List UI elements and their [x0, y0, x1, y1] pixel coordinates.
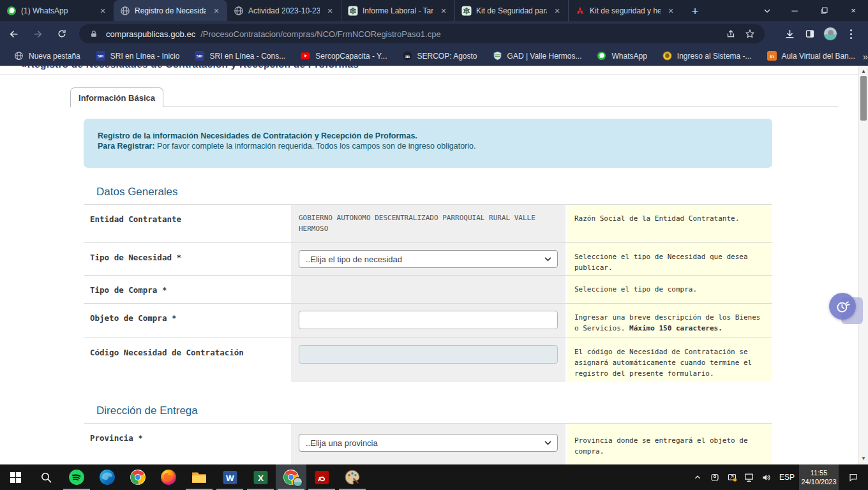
scroll-up-icon[interactable]: ▲	[859, 68, 868, 74]
chatgpt-icon	[461, 6, 472, 16]
tab-underline	[70, 107, 838, 107]
help-provincia: Provincia donde se entregará el objeto d…	[565, 424, 772, 464]
form-row-entidad-contratante: Entidad Contratante GOBIERNO AUTONOMO DE…	[84, 205, 772, 243]
word-icon: W	[222, 470, 238, 486]
tab-close-icon[interactable]: ×	[211, 5, 222, 17]
back-button[interactable]	[3, 23, 24, 45]
bookmark-star-icon[interactable]	[743, 27, 757, 41]
bookmarks-overflow-icon[interactable]: »	[863, 51, 868, 62]
bookmark-sri-inicio[interactable]: SRI SRI en Línea - Inicio	[88, 48, 188, 64]
form-row-tipo-necesidad: Tipo de Necesidad * ..Elija el tipo de n…	[84, 243, 772, 276]
taskbar-chrome[interactable]	[123, 464, 153, 490]
aula-in-icon: in	[767, 51, 777, 61]
url-path: /ProcesoContratacion/compras/NCO/FrmNCOR…	[200, 29, 719, 39]
globe-icon	[120, 6, 130, 16]
taskbar-word[interactable]: W	[214, 464, 245, 490]
taskbar-paint[interactable]	[337, 464, 368, 490]
windows-logo-icon	[10, 471, 22, 484]
taskbar-clock[interactable]: 11:55 24/10/2023	[799, 464, 839, 490]
ecuador-crest-icon	[662, 51, 673, 61]
bookmark-sercopcapacita[interactable]: SercopCapacita - Y...	[293, 48, 394, 64]
tray-meet-icon[interactable]	[706, 464, 723, 490]
window-minimize-button[interactable]: ─	[780, 0, 809, 21]
tab-informacion-basica[interactable]: Información Básica	[70, 87, 163, 107]
start-button[interactable]	[0, 464, 31, 490]
tab-search-chevron-icon[interactable]	[754, 0, 780, 21]
lock-icon[interactable]	[87, 27, 101, 41]
tab-kit-seguridad-1[interactable]: Kit de Seguridad para ×	[454, 0, 568, 21]
bookmark-gad-valle-hermoso[interactable]: GAD | Valle Hermos...	[485, 48, 590, 64]
shield-crest-icon	[493, 51, 503, 61]
taskbar-excel[interactable]: X	[245, 464, 276, 490]
taskbar-chrome-active[interactable]	[276, 464, 306, 490]
bookmark-whatsapp[interactable]: WhatsApp	[589, 48, 654, 64]
bookmark-ingreso-sistema[interactable]: Ingreso al Sistema -...	[655, 48, 760, 64]
notice-line2: Para Registrar: Por favor complete la in…	[98, 141, 772, 151]
address-bar[interactable]: compraspublicas.gob.ec/ProcesoContrataci…	[79, 24, 765, 43]
reload-button[interactable]	[51, 23, 73, 45]
globe-icon	[234, 6, 244, 16]
bookmark-sercop-agosto[interactable]: m SERCOP: Agosto	[395, 48, 485, 64]
tray-cast-update-icon[interactable]	[723, 464, 740, 490]
tab-registro-necesidades[interactable]: Registro de Necesida ×	[114, 0, 227, 21]
provincia-select[interactable]: ..Elija una provincia	[299, 434, 558, 452]
globe-icon	[14, 51, 24, 61]
bookmark-aula-virtual[interactable]: in Aula Virtual del Ban...	[760, 48, 863, 64]
tray-hidden-icons-chevron[interactable]	[689, 464, 706, 490]
tab-whatsapp[interactable]: (1) WhatsApp ×	[0, 0, 114, 21]
bookmarks-bar: Nueva pestaña SRI SRI en Línea - Inicio …	[0, 47, 868, 66]
new-tab-button[interactable]: +	[685, 2, 705, 21]
share-icon[interactable]	[724, 27, 738, 41]
web-page: »Registro de Necesidades de Contratación…	[0, 66, 868, 464]
paint-palette-icon	[344, 469, 361, 486]
profile-avatar[interactable]	[821, 24, 840, 43]
taskbar-spotify[interactable]	[61, 464, 92, 490]
tab-close-icon[interactable]: ×	[551, 5, 563, 17]
sri-icon: SRI	[195, 51, 205, 61]
section-title-direccion-entrega: Dirección de Entrega	[96, 405, 198, 417]
section-title-datos-generales: Datos Generales	[96, 186, 178, 198]
bookmark-sri-consultas[interactable]: SRI SRI en Línea - Cons...	[187, 48, 293, 64]
tray-volume-icon[interactable]	[758, 464, 775, 490]
taskbar-acrobat[interactable]	[306, 464, 337, 490]
action-center-icon[interactable]	[839, 464, 868, 490]
tray-network-icon[interactable]	[740, 464, 758, 490]
window-close-button[interactable]: ×	[839, 0, 868, 21]
browser-menu-icon[interactable]	[841, 24, 860, 43]
search-button[interactable]	[31, 464, 61, 490]
spotify-icon	[68, 469, 85, 486]
tab-close-icon[interactable]: ×	[97, 5, 108, 17]
scrollbar-thumb[interactable]	[860, 76, 867, 121]
objeto-compra-input[interactable]	[299, 311, 558, 329]
tab-close-icon[interactable]: ×	[665, 5, 677, 17]
timer-widget-button[interactable]	[829, 293, 856, 320]
sri-icon: SRI	[96, 51, 106, 61]
tab-informe-laboral[interactable]: Informe Laboral - Tar ×	[341, 0, 454, 21]
help-objeto-compra: Ingresar una breve descripción de los Bi…	[565, 304, 772, 338]
forward-button[interactable]	[27, 23, 49, 45]
page-scrollbar[interactable]: ▲ ▼	[858, 66, 868, 464]
tab-actividad[interactable]: Actividad 2023-10-23 ×	[227, 0, 341, 21]
tab-kit-seguridad-2[interactable]: Kit de seguridad y he ×	[568, 0, 682, 21]
window-restore-button[interactable]	[809, 0, 839, 21]
side-panel-icon[interactable]	[800, 24, 819, 43]
language-indicator[interactable]: ESP	[775, 473, 799, 482]
browser-toolbar: compraspublicas.gob.ec/ProcesoContrataci…	[0, 21, 868, 47]
tipo-necesidad-select[interactable]: ..Elija el tipo de necesidad	[299, 250, 558, 268]
codigo-necesidad-input-disabled	[299, 345, 558, 364]
taskbar-file-explorer[interactable]	[184, 464, 214, 490]
clock-time: 11:55	[811, 468, 828, 477]
taskbar-edge[interactable]	[92, 464, 123, 490]
tab-close-icon[interactable]: ×	[438, 5, 449, 17]
download-icon[interactable]	[780, 24, 799, 43]
svg-text:SRI: SRI	[98, 54, 104, 58]
taskbar-firefox[interactable]	[153, 464, 184, 490]
scroll-down-icon[interactable]: ▼	[859, 456, 868, 461]
youtube-icon	[301, 51, 311, 61]
bookmark-nueva-pestana[interactable]: Nueva pestaña	[6, 48, 88, 64]
info-notice-box: Registro de la información Necesidades d…	[84, 119, 772, 168]
tab-close-icon[interactable]: ×	[324, 5, 336, 17]
excel-icon: X	[253, 470, 269, 486]
browser-tab-strip: (1) WhatsApp × Registro de Necesida × Ac…	[0, 0, 868, 21]
url-host: compraspublicas.gob.ec	[106, 29, 195, 39]
